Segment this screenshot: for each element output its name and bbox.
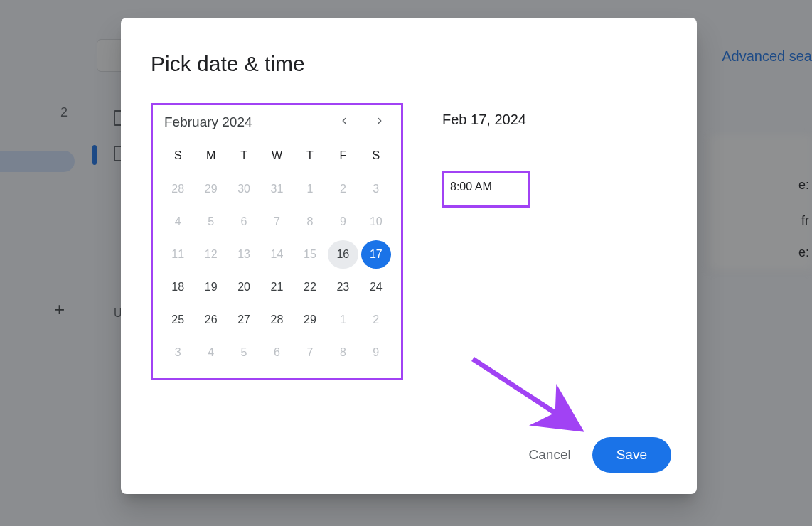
calendar-day-cell[interactable]: 23 <box>328 273 358 301</box>
next-month-button[interactable] <box>370 112 390 132</box>
calendar-dow-header: W <box>262 145 292 171</box>
calendar-day-cell[interactable]: 12 <box>196 240 225 269</box>
calendar-day-cell[interactable]: 27 <box>229 306 259 334</box>
calendar-day-cell[interactable]: 4 <box>196 338 225 367</box>
calendar-day-cell[interactable]: 29 <box>196 175 225 203</box>
calendar-day-cell[interactable]: 5 <box>196 208 225 236</box>
calendar-widget: February 2024 SMTWTFS2829303112345678910… <box>151 103 403 380</box>
calendar-day-cell[interactable]: 5 <box>229 338 259 367</box>
calendar-dow-header: T <box>229 145 259 171</box>
calendar-day-cell[interactable]: 31 <box>262 175 292 203</box>
calendar-day-cell[interactable]: 30 <box>229 175 259 203</box>
calendar-day-cell[interactable]: 28 <box>163 175 193 203</box>
prev-month-button[interactable] <box>334 112 354 132</box>
calendar-day-cell[interactable]: 9 <box>328 208 358 236</box>
calendar-day-cell[interactable]: 4 <box>163 208 193 236</box>
calendar-dow-header: S <box>163 145 193 171</box>
calendar-day-cell[interactable]: 7 <box>295 338 325 367</box>
calendar-day-cell[interactable]: 7 <box>262 208 292 236</box>
calendar-day-cell[interactable]: 2 <box>328 175 358 203</box>
save-button[interactable]: Save <box>592 437 671 473</box>
calendar-day-cell[interactable]: 20 <box>229 273 259 301</box>
calendar-dow-header: T <box>295 145 325 171</box>
calendar-dow-header: F <box>328 145 358 171</box>
calendar-day-cell[interactable]: 6 <box>229 208 259 236</box>
calendar-day-cell[interactable]: 24 <box>361 273 391 301</box>
calendar-month-label: February 2024 <box>164 114 252 130</box>
calendar-day-cell[interactable]: 29 <box>295 306 325 334</box>
calendar-day-cell[interactable]: 22 <box>295 273 325 301</box>
chevron-right-icon <box>375 116 385 129</box>
calendar-day-cell[interactable]: 18 <box>163 273 193 301</box>
calendar-day-cell[interactable]: 3 <box>163 338 193 367</box>
calendar-dow-header: M <box>196 145 225 171</box>
dialog-title: Pick date & time <box>151 52 670 76</box>
calendar-day-cell[interactable]: 1 <box>295 175 325 203</box>
calendar-day-cell[interactable]: 8 <box>328 338 358 367</box>
calendar-day-cell[interactable]: 1 <box>328 306 358 334</box>
time-input[interactable]: 8:00 AM <box>450 181 517 198</box>
calendar-day-cell[interactable]: 15 <box>295 240 325 269</box>
calendar-day-cell[interactable]: 3 <box>361 175 391 203</box>
calendar-day-cell[interactable]: 26 <box>196 306 225 334</box>
calendar-day-cell[interactable]: 13 <box>229 240 259 269</box>
calendar-day-cell[interactable]: 21 <box>262 273 292 301</box>
calendar-dow-header: S <box>361 145 391 171</box>
calendar-day-cell[interactable]: 11 <box>163 240 193 269</box>
calendar-day-cell[interactable]: 17 <box>361 240 391 269</box>
calendar-day-cell[interactable]: 14 <box>262 240 292 269</box>
calendar-day-cell[interactable]: 28 <box>262 306 292 334</box>
time-highlight-annotation: 8:00 AM <box>442 171 530 208</box>
calendar-grid: SMTWTFS282930311234567891011121314151617… <box>163 145 391 367</box>
calendar-day-cell[interactable]: 8 <box>295 208 325 236</box>
calendar-day-cell[interactable]: 16 <box>328 240 358 269</box>
chevron-left-icon <box>339 116 349 129</box>
calendar-day-cell[interactable]: 19 <box>196 273 225 301</box>
pick-date-time-dialog: Pick date & time February 2024 <box>121 18 697 494</box>
calendar-day-cell[interactable]: 2 <box>361 306 391 334</box>
calendar-day-cell[interactable]: 25 <box>163 306 193 334</box>
calendar-day-cell[interactable]: 9 <box>361 338 391 367</box>
calendar-day-cell[interactable]: 10 <box>361 208 391 236</box>
date-input[interactable]: Feb 17, 2024 <box>442 109 670 134</box>
calendar-day-cell[interactable]: 6 <box>262 338 292 367</box>
cancel-button[interactable]: Cancel <box>529 447 571 463</box>
